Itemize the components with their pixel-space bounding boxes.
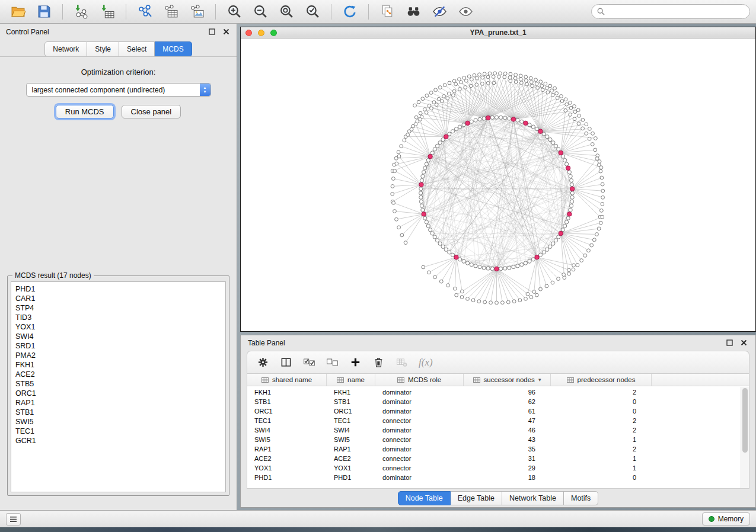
graph-leaf-node[interactable] <box>545 86 548 90</box>
graph-leaf-node[interactable] <box>419 111 422 115</box>
graph-node[interactable] <box>425 162 428 166</box>
table-settings-button[interactable] <box>256 355 270 370</box>
graph-leaf-node[interactable] <box>393 210 397 213</box>
graph-leaf-node[interactable] <box>564 98 567 101</box>
mcds-result-item[interactable]: SWI4 <box>15 332 225 341</box>
graph-leaf-node[interactable] <box>532 290 536 294</box>
mcds-result-item[interactable]: ORC1 <box>15 389 225 398</box>
zoom-in-button[interactable] <box>222 2 246 21</box>
graph-leaf-node[interactable] <box>551 93 554 97</box>
graph-node[interactable] <box>474 264 477 268</box>
mcds-result-item[interactable]: FKH1 <box>15 360 225 370</box>
graph-leaf-node[interactable] <box>599 221 602 225</box>
graph-node[interactable] <box>570 196 574 199</box>
graph-leaf-node[interactable] <box>595 233 599 236</box>
graph-hub-node[interactable] <box>559 231 563 235</box>
graph-node[interactable] <box>516 118 519 122</box>
mcds-result-item[interactable]: PHD1 <box>15 284 225 294</box>
graph-leaf-node[interactable] <box>464 79 468 82</box>
graph-leaf-node[interactable] <box>434 88 438 92</box>
graph-node[interactable] <box>470 120 473 123</box>
graph-leaf-node[interactable] <box>452 89 456 93</box>
graph-node[interactable] <box>438 242 442 245</box>
mcds-result-item[interactable]: YOX1 <box>15 322 225 332</box>
network-view[interactable] <box>241 39 755 331</box>
network-window-titlebar[interactable]: YPA_prune.txt_1 <box>241 27 755 39</box>
graph-leaf-node[interactable] <box>567 272 571 275</box>
graph-leaf-node[interactable] <box>591 132 595 135</box>
mcds-result-item[interactable]: RAP1 <box>15 398 225 408</box>
graph-leaf-node[interactable] <box>492 81 496 85</box>
graph-leaf-node[interactable] <box>400 233 404 237</box>
graph-node[interactable] <box>420 204 423 207</box>
window-minimize-icon[interactable] <box>258 30 264 36</box>
graph-leaf-node[interactable] <box>519 74 522 78</box>
graph-leaf-node[interactable] <box>421 97 425 101</box>
mcds-result-item[interactable]: TEC1 <box>15 427 225 436</box>
graph-leaf-node[interactable] <box>413 104 417 107</box>
graph-leaf-node[interactable] <box>567 268 570 272</box>
graph-leaf-node[interactable] <box>397 155 401 158</box>
graph-node[interactable] <box>524 261 527 265</box>
table-row[interactable]: PHD1PHD1dominator180 <box>247 473 749 482</box>
graph-node[interactable] <box>433 148 436 151</box>
graph-leaf-node[interactable] <box>560 95 563 98</box>
window-close-icon[interactable] <box>245 30 252 36</box>
criterion-dropdown[interactable]: largest connected component (undirected)… <box>26 83 211 97</box>
graph-node[interactable] <box>516 264 519 268</box>
graph-leaf-node[interactable] <box>486 81 490 85</box>
graph-node[interactable] <box>429 228 432 232</box>
graph-leaf-node[interactable] <box>427 271 430 274</box>
graph-node[interactable] <box>420 178 423 182</box>
graph-leaf-node[interactable] <box>569 101 572 105</box>
graph-node[interactable] <box>470 263 473 267</box>
graph-leaf-node[interactable] <box>539 80 543 84</box>
graph-node[interactable] <box>569 178 573 182</box>
export-image-button[interactable] <box>185 2 209 21</box>
graph-leaf-node[interactable] <box>393 169 397 173</box>
graph-leaf-node[interactable] <box>403 139 406 142</box>
graph-hub-node[interactable] <box>538 129 543 133</box>
graph-node[interactable] <box>451 130 454 133</box>
graph-leaf-node[interactable] <box>529 296 533 299</box>
column-header-shared-name[interactable]: shared name <box>247 374 327 386</box>
table-row[interactable]: STB1STB1dominator620 <box>247 397 749 406</box>
graph-leaf-node[interactable] <box>591 143 594 146</box>
graph-node[interactable] <box>551 141 555 145</box>
graph-leaf-node[interactable] <box>600 176 604 180</box>
graph-leaf-node[interactable] <box>509 72 512 76</box>
graph-leaf-node[interactable] <box>414 123 417 126</box>
graph-leaf-node[interactable] <box>599 169 602 173</box>
mcds-result-item[interactable]: STB5 <box>15 379 225 389</box>
graph-node[interactable] <box>538 253 542 257</box>
graph-leaf-node[interactable] <box>583 254 587 257</box>
mcds-result-list[interactable]: PHD1CAR1STP4TID3YOX1SWI4SRD1PMA2FKH1ACE2… <box>11 281 226 492</box>
graph-node[interactable] <box>561 228 564 232</box>
graph-leaf-node[interactable] <box>514 80 518 84</box>
graph-leaf-node[interactable] <box>489 301 493 305</box>
graph-node[interactable] <box>570 183 573 187</box>
graph-node[interactable] <box>557 235 560 239</box>
graph-leaf-node[interactable] <box>439 280 443 283</box>
graph-node[interactable] <box>423 216 427 220</box>
graph-node[interactable] <box>441 245 445 248</box>
graph-node[interactable] <box>561 155 564 158</box>
graph-leaf-node[interactable] <box>395 217 398 221</box>
graph-node[interactable] <box>566 216 570 220</box>
graph-leaf-node[interactable] <box>506 300 510 304</box>
graph-leaf-node[interactable] <box>483 72 486 76</box>
graph-hub-node[interactable] <box>422 212 426 216</box>
select-all-rows-button[interactable] <box>302 355 316 370</box>
import-table-button[interactable] <box>95 2 119 21</box>
graph-leaf-node[interactable] <box>524 297 528 301</box>
table-row[interactable]: YOX1YOX1connector291 <box>247 463 749 473</box>
graph-node[interactable] <box>482 117 486 120</box>
graph-leaf-node[interactable] <box>577 122 580 126</box>
refresh-button[interactable] <box>338 2 362 21</box>
graph-hub-node[interactable] <box>567 212 572 216</box>
mcds-result-item[interactable]: SRD1 <box>15 341 225 351</box>
graph-leaf-node[interactable] <box>430 107 433 110</box>
graph-node[interactable] <box>563 158 567 162</box>
graph-leaf-node[interactable] <box>397 226 401 229</box>
graph-node[interactable] <box>520 120 524 123</box>
